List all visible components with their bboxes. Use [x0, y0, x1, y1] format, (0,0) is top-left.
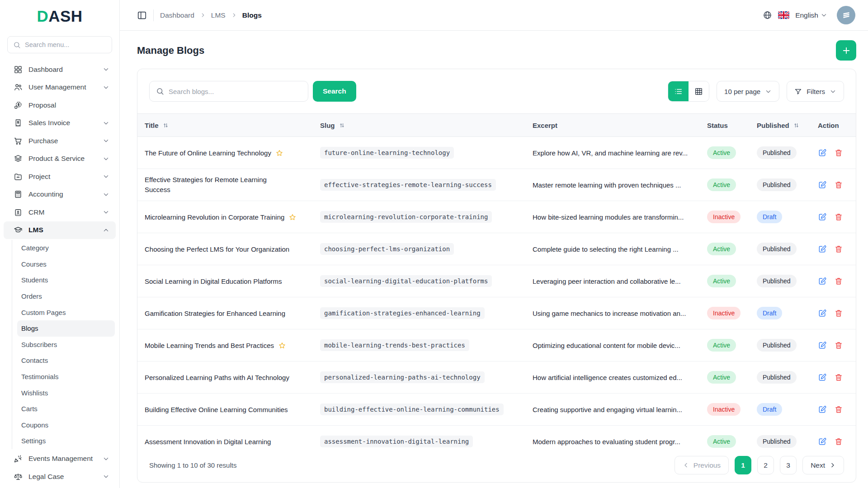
trash-icon[interactable]: [834, 437, 843, 446]
sidebar-item-proposal[interactable]: Proposal: [4, 96, 116, 114]
per-page-select[interactable]: 10 per page: [717, 81, 779, 102]
breadcrumb-lms[interactable]: LMS: [211, 11, 226, 19]
table-row: Microlearning Revolution in Corporate Tr…: [137, 201, 856, 233]
sidebar-subitem-orders[interactable]: Orders: [17, 288, 115, 305]
edit-icon[interactable]: [818, 212, 827, 221]
sort-icon[interactable]: [339, 122, 345, 129]
trash-icon[interactable]: [834, 148, 843, 157]
star-icon[interactable]: [288, 213, 297, 221]
proposal-icon: [14, 101, 23, 110]
users-icon: [14, 83, 23, 92]
edit-icon[interactable]: [818, 373, 827, 382]
sidebar-subitem-students[interactable]: Students: [17, 272, 115, 288]
sidebar-item-user-management[interactable]: User Management: [4, 79, 116, 97]
blog-excerpt: How bite-sized learning modules are tran…: [531, 213, 707, 221]
blog-search-input[interactable]: [169, 88, 302, 95]
trash-icon[interactable]: [834, 244, 843, 253]
grid-view-button[interactable]: [689, 81, 709, 101]
trash-icon[interactable]: [834, 180, 843, 189]
chevron-down-icon: [103, 84, 109, 91]
cell-status: Active: [707, 243, 757, 255]
page-button-1[interactable]: 1: [735, 456, 751, 474]
sidebar-subitem-custom-pages[interactable]: Custom Pages: [17, 304, 115, 320]
sidebar-item-label: Proposal: [28, 101, 109, 109]
cell-status: Active: [707, 435, 757, 448]
sidebar-item-legal-case[interactable]: Legal Case: [4, 468, 116, 486]
sidebar-item-label: Product & Service: [28, 155, 97, 163]
slug-chip: microlearning-revolution-corporate-train…: [320, 211, 492, 223]
status-badge: Active: [707, 178, 736, 191]
uk-flag-icon[interactable]: [778, 11, 789, 19]
chevron-down-icon: [103, 120, 109, 127]
sidebar-item-accounting[interactable]: Accounting: [4, 186, 116, 204]
sidebar-item-crm[interactable]: CRM: [4, 203, 116, 221]
sidebar-toggle-icon[interactable]: [137, 10, 147, 20]
list-view-button[interactable]: [668, 81, 689, 101]
sidebar-item-lms[interactable]: LMS: [4, 221, 116, 239]
blog-excerpt: Leveraging peer interaction and collabor…: [531, 277, 707, 285]
language-selector[interactable]: English: [795, 11, 827, 19]
sidebar-item-product-service[interactable]: Product & Service: [4, 150, 116, 168]
page-button-3[interactable]: 3: [780, 456, 797, 474]
cell-title: Microlearning Revolution in Corporate Tr…: [137, 212, 314, 222]
sidebar-subitem-category[interactable]: Category: [17, 240, 115, 256]
globe-icon[interactable]: [763, 10, 772, 20]
cell-action: [818, 341, 856, 350]
edit-icon[interactable]: [818, 309, 827, 318]
slug-chip: building-effective-online-learning-commu…: [320, 404, 504, 415]
page-header: Manage Blogs: [120, 31, 868, 69]
pagination: Previous123Next: [675, 456, 844, 474]
trash-icon[interactable]: [834, 212, 843, 221]
sort-icon[interactable]: [162, 122, 169, 129]
sidebar-subitem-contacts[interactable]: Contacts: [17, 352, 115, 369]
sidebar-subitem-wishlists[interactable]: Wishlists: [17, 385, 115, 401]
trash-icon[interactable]: [834, 277, 843, 286]
filters-label: Filters: [807, 88, 825, 95]
sidebar-subitem-courses[interactable]: Courses: [17, 256, 115, 272]
edit-icon[interactable]: [818, 180, 827, 189]
sidebar-item-dashboard[interactable]: Dashboard: [4, 61, 116, 79]
table-row: Personalized Learning Paths with AI Tech…: [137, 361, 856, 394]
edit-icon[interactable]: [818, 244, 827, 253]
avatar[interactable]: [837, 6, 855, 24]
sidebar-subitem-subscribers[interactable]: Subscribers: [17, 337, 115, 353]
gradcap-icon: [14, 225, 23, 235]
filters-button[interactable]: Filters: [787, 81, 844, 102]
menu-search-input[interactable]: [25, 41, 106, 48]
sidebar-subitem-testimonials[interactable]: Testimonials: [17, 369, 115, 385]
sidebar-item-events-management[interactable]: Events Management: [4, 450, 116, 468]
chevron-up-icon: [103, 227, 109, 234]
sidebar-item-label: Sales Invoice: [28, 119, 97, 127]
sidebar-item-purchase[interactable]: Purchase: [4, 132, 116, 150]
edit-icon[interactable]: [818, 437, 827, 446]
add-blog-button[interactable]: [836, 40, 856, 61]
trash-icon[interactable]: [834, 405, 843, 414]
edit-icon[interactable]: [818, 277, 827, 286]
table-row: Building Effective Online Learning Commu…: [137, 394, 856, 426]
trash-icon[interactable]: [834, 341, 843, 350]
sidebar-subitem-settings[interactable]: Settings: [17, 433, 115, 449]
sort-icon[interactable]: [793, 122, 800, 129]
edit-icon[interactable]: [818, 148, 827, 157]
menu-search[interactable]: [7, 36, 112, 53]
sidebar-item-project[interactable]: Project: [4, 168, 116, 186]
page-button-2[interactable]: 2: [757, 456, 774, 474]
sidebar-item-sales-invoice[interactable]: Sales Invoice: [4, 114, 116, 132]
search-button[interactable]: Search: [313, 81, 356, 102]
table-footer: Showing 1 to 10 of 30 results Previous12…: [137, 453, 856, 482]
breadcrumb-dashboard[interactable]: Dashboard: [160, 11, 194, 19]
sidebar-subitem-coupons[interactable]: Coupons: [17, 417, 115, 433]
previous-page-button[interactable]: Previous: [675, 456, 729, 474]
sidebar-subitem-blogs[interactable]: Blogs: [17, 320, 115, 337]
trash-icon[interactable]: [834, 373, 843, 382]
edit-icon[interactable]: [818, 405, 827, 414]
star-icon[interactable]: [275, 149, 283, 157]
cell-published: Draft: [757, 211, 818, 223]
blog-search-box[interactable]: [149, 81, 308, 102]
sidebar-subitem-carts[interactable]: Carts: [17, 401, 115, 417]
edit-icon[interactable]: [818, 341, 827, 350]
trash-icon[interactable]: [834, 309, 843, 318]
next-page-button[interactable]: Next: [802, 456, 844, 474]
confetti-icon: [14, 454, 23, 463]
star-icon[interactable]: [278, 342, 286, 350]
